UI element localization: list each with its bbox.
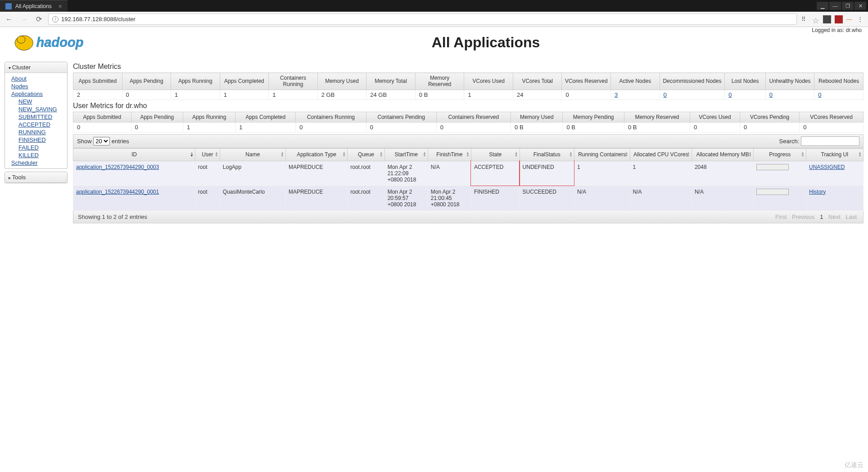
cm-v-active-nodes[interactable]: 3 — [615, 91, 618, 98]
extension3-icon[interactable]: — — [846, 16, 854, 23]
sidebar-failed[interactable]: FAILED — [5, 144, 67, 151]
tracking-link[interactable]: History — [809, 189, 826, 195]
app-id-link[interactable]: application_1522673944290_0003 — [76, 164, 159, 170]
at-h-queue[interactable]: Queue▲▼ — [348, 149, 384, 161]
browser-tab-bar: All Applications × ▁ — ❐ ✕ — [0, 0, 868, 12]
sidebar-scheduler[interactable]: Scheduler — [5, 159, 67, 167]
cm-h-apps-running: Apps Running — [171, 73, 220, 90]
at-h-state[interactable]: State▲▼ — [471, 149, 520, 161]
show-entries-select[interactable]: 20 — [93, 137, 110, 145]
um-h-apps-submitted: Apps Submitted — [73, 112, 131, 122]
cm-h-apps-submitted: Apps Submitted — [73, 73, 122, 90]
sidebar-cluster-header[interactable]: Cluster — [5, 62, 67, 73]
app-appname: LogApp — [220, 161, 285, 186]
at-h-finish[interactable]: FinishTime▲▼ — [428, 149, 471, 161]
pager: First Previous 1 Next Last — [773, 213, 859, 220]
cm-v-apps-submitted: 2 — [73, 90, 122, 100]
page-header: hadoop All Applications — [0, 27, 868, 58]
menu-icon[interactable]: ⋮ — [857, 16, 864, 23]
at-h-vcores[interactable]: Allocated CPU VCores▲▼ — [630, 149, 692, 161]
cm-h-vcores-total: VCores Total — [513, 73, 562, 90]
sort-icon: ▲▼ — [215, 152, 218, 157]
page-previous[interactable]: Previous — [792, 213, 815, 220]
sort-icon: ▲▼ — [342, 152, 346, 157]
sidebar-applications[interactable]: Applications — [5, 90, 67, 98]
translate-icon[interactable]: ⠿ — [801, 16, 809, 23]
reload-icon[interactable]: ⟳ — [34, 13, 44, 25]
sort-icon: ▲▼ — [380, 152, 383, 157]
window-controls: ▁ — ❐ ✕ — [817, 0, 868, 12]
user-metrics-title: User Metrics for dr.who — [73, 102, 863, 110]
sidebar-killed[interactable]: KILLED — [5, 151, 67, 159]
cm-h-containers-running: Containers Running — [269, 73, 318, 90]
browser-tab[interactable]: All Applications × — [0, 0, 68, 12]
search-label: Search: — [779, 138, 800, 145]
um-v-apps-submitted: 0 — [73, 123, 131, 132]
page-first[interactable]: First — [775, 213, 787, 220]
window-hide-icon[interactable]: ▁ — [817, 2, 828, 10]
app-containers: 1 — [574, 161, 630, 186]
url-input[interactable]: i 192.168.77.128:8088/cluster — [48, 14, 797, 25]
cm-v-unhealthy-nodes[interactable]: 0 — [769, 91, 773, 98]
site-info-icon[interactable]: i — [52, 16, 59, 23]
sidebar-finished[interactable]: FINISHED — [5, 136, 67, 144]
um-v-containers-pending: 0 — [366, 123, 436, 132]
app-tracking: UNASSIGNED — [806, 161, 863, 186]
at-h-type[interactable]: Application Type▲▼ — [285, 149, 347, 161]
window-close-icon[interactable]: ✕ — [854, 2, 866, 10]
sort-icon: ▲▼ — [687, 152, 690, 157]
search-input[interactable] — [801, 136, 859, 146]
sidebar-submitted[interactable]: SUBMITTED — [5, 113, 67, 121]
tab-close-icon[interactable]: × — [59, 3, 62, 10]
page-next[interactable]: Next — [828, 213, 841, 220]
sidebar-tools-header[interactable]: Tools — [5, 172, 67, 183]
page-current[interactable]: 1 — [820, 213, 823, 220]
at-h-tracking[interactable]: Tracking UI▲▼ — [806, 149, 863, 161]
table-info: Showing 1 to 2 of 2 entries — [78, 213, 147, 220]
window-maximize-icon[interactable]: ❐ — [842, 2, 854, 10]
at-h-name[interactable]: Name▲▼ — [220, 149, 285, 161]
um-h-containers-pending: Containers Pending — [366, 112, 436, 122]
cm-v-memory-total: 24 GB — [366, 90, 416, 100]
bookmark-icon[interactable]: ☆ — [812, 16, 819, 23]
sidebar-accepted[interactable]: ACCEPTED — [5, 121, 67, 128]
um-h-apps-pending: Apps Pending — [131, 112, 183, 122]
sort-icon: ▲▼ — [625, 152, 628, 157]
applications-table: ID▲▼ User▲▼ Name▲▼ Application Type▲▼ Qu… — [73, 148, 863, 210]
cm-v-lost-nodes[interactable]: 0 — [728, 91, 732, 98]
app-memory: N/A — [692, 186, 753, 210]
cm-h-apps-pending: Apps Pending — [122, 73, 171, 90]
sidebar-nodes[interactable]: Nodes — [5, 82, 67, 90]
cm-v-rebooted-nodes[interactable]: 0 — [818, 91, 821, 98]
at-h-progress[interactable]: Progress▲▼ — [754, 149, 806, 161]
at-h-running-containers[interactable]: Running Containers▲▼ — [574, 149, 630, 161]
at-h-id[interactable]: ID▲▼ — [73, 149, 195, 161]
sidebar-new[interactable]: NEW — [5, 98, 67, 105]
cm-v-decommissioned-nodes[interactable]: 0 — [664, 91, 667, 98]
page-last[interactable]: Last — [845, 213, 857, 220]
apps-table-controls: Show 20 entries Search: — [73, 134, 863, 148]
sort-icon: ▲▼ — [190, 152, 194, 157]
sort-icon: ▲▼ — [569, 152, 573, 157]
cm-h-active-nodes: Active Nodes — [611, 73, 660, 90]
cluster-metrics-title: Cluster Metrics — [73, 63, 863, 71]
at-h-start[interactable]: StartTime▲▼ — [384, 149, 428, 161]
app-id-link[interactable]: application_1522673944290_0001 — [76, 189, 159, 195]
window-minimize-icon[interactable]: — — [829, 2, 841, 10]
at-h-memory[interactable]: Allocated Memory MB▲▼ — [692, 149, 753, 161]
back-icon[interactable]: ← — [4, 14, 14, 25]
cm-h-lost-nodes: Lost Nodes — [725, 73, 765, 90]
sidebar-running[interactable]: RUNNING — [5, 128, 67, 136]
at-h-user[interactable]: User▲▼ — [195, 149, 220, 161]
um-h-vcores-used: VCores Used — [690, 112, 740, 122]
extension1-icon[interactable] — [823, 15, 831, 23]
tab-favicon-icon — [5, 3, 12, 9]
at-h-finalstatus[interactable]: FinalStatus▲▼ — [520, 149, 574, 161]
tracking-link[interactable]: UNASSIGNED — [809, 164, 845, 170]
cm-h-rebooted-nodes: Rebooted Nodes — [814, 73, 863, 90]
sidebar-new-saving[interactable]: NEW_SAVING — [5, 105, 67, 113]
forward-icon[interactable]: → — [19, 14, 30, 25]
sidebar-about[interactable]: About — [5, 75, 67, 82]
um-h-memory-used: Memory Used — [511, 112, 563, 122]
extension2-icon[interactable] — [835, 15, 843, 23]
